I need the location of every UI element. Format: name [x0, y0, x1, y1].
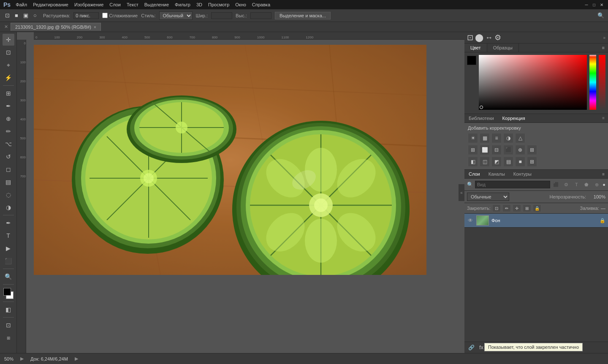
menu-file[interactable]: Файл [13, 1, 30, 8]
eyedropper-tool[interactable]: ✒ [3, 100, 14, 112]
marquee-tool[interactable]: ⊡ [3, 46, 14, 58]
tab-contours[interactable]: Контуры [509, 170, 536, 178]
menu-3d[interactable]: 3D [194, 1, 205, 8]
panel-icon-btn-3[interactable]: ↔ [485, 33, 493, 42]
levels-icon-btn[interactable]: ≡ [491, 133, 502, 143]
document-tab-close[interactable]: × [94, 25, 96, 30]
screen-mode-btn[interactable]: ⊡ [3, 319, 14, 331]
filter-shape-btn[interactable]: ⬟ [582, 180, 591, 189]
tab-correction[interactable]: Коррекция [498, 114, 529, 122]
foreground-color-swatch[interactable] [3, 288, 11, 296]
color-gradient-picker[interactable] [479, 55, 587, 110]
black-white-btn[interactable]: ⬛ [503, 145, 513, 155]
crop-tool[interactable]: ⊞ [3, 87, 14, 99]
height-input[interactable] [250, 12, 271, 19]
menu-text[interactable]: Текст [124, 1, 141, 8]
blur-tool[interactable]: ◌ [3, 189, 14, 201]
gradient-tool[interactable]: ▤ [3, 176, 14, 188]
text-tool[interactable]: T [3, 230, 14, 242]
document-tab[interactable]: 2133091_1920.jpg @ 50% (RGB/8#) × [11, 23, 101, 31]
tab-samples[interactable]: Образцы [487, 43, 519, 52]
path-select-tool[interactable]: ▶ [3, 242, 14, 254]
color-lookup-btn[interactable]: ⊞ [527, 145, 537, 155]
layer-filter-toggle[interactable]: ● [603, 182, 605, 187]
layers-search-input[interactable] [475, 181, 550, 188]
width-input[interactable] [211, 12, 232, 19]
lock-artboard-btn[interactable]: ⊞ [523, 204, 531, 212]
brightness-icon-btn[interactable]: ☀ [468, 133, 478, 143]
gradient-map-btn[interactable]: ▤ [503, 157, 513, 167]
adj-menu-btn[interactable]: ≡ [599, 114, 608, 122]
menu-help[interactable]: Справка [250, 1, 273, 8]
extra-tools-btn[interactable]: ⊞ [3, 332, 14, 344]
invert-btn[interactable]: ◧ [468, 157, 478, 167]
history-brush-tool[interactable]: ↺ [3, 151, 14, 163]
canvas-image[interactable] [34, 45, 426, 275]
rounded-rect-icon[interactable]: ▣ [21, 11, 30, 20]
menu-view[interactable]: Просмотр [206, 1, 232, 8]
filter-pixel-btn[interactable]: ⬛ [552, 180, 560, 189]
style-select[interactable]: Обычный [159, 11, 193, 20]
hue-sat-btn[interactable]: ⬜ [480, 145, 490, 155]
lock-pixels-btn[interactable]: ⊡ [492, 204, 501, 212]
alpha-bar[interactable] [599, 55, 605, 110]
healing-tool[interactable]: ⊕ [3, 113, 14, 125]
exposure-icon-btn[interactable]: △ [515, 133, 525, 143]
layers-menu-btn[interactable]: ≡ [599, 170, 608, 178]
tab-layers[interactable]: Слои [464, 170, 484, 178]
channel-mixer-btn[interactable]: ⊞ [468, 145, 478, 155]
ellipse-icon[interactable]: ○ [30, 11, 40, 20]
quick-mask-tool[interactable]: ◧ [3, 304, 14, 315]
pattern-btn[interactable]: ⊞ [527, 157, 537, 167]
color-panel-menu-btn[interactable]: ≡ [599, 43, 608, 52]
filter-smart-btn[interactable]: ⊕ [592, 180, 601, 189]
status-arrow[interactable]: ▶ [20, 356, 24, 361]
menu-edit[interactable]: Редактирование [30, 1, 71, 8]
threshold-btn[interactable]: ◩ [491, 157, 502, 167]
zoom-tool[interactable]: 🔍 [3, 271, 14, 283]
lock-all-btn[interactable]: 🔒 [533, 204, 541, 212]
histogram-icon-btn[interactable]: ▦ [480, 133, 490, 143]
layer-item-background[interactable]: 👁 Фон 🔒 [464, 214, 608, 228]
tab-libraries[interactable]: Библиотеки [464, 114, 498, 122]
minimize-button[interactable]: ─ [584, 2, 589, 8]
maximize-button[interactable]: □ [591, 2, 597, 8]
lock-draw-btn[interactable]: ✏ [502, 204, 511, 212]
dodge-tool[interactable]: ◑ [3, 201, 14, 213]
move-tool[interactable]: ✛ [3, 34, 14, 46]
lock-move-btn[interactable]: ✛ [513, 204, 521, 212]
menu-layers[interactable]: Слои [107, 1, 123, 8]
mask-button[interactable]: Выделение и маска... [275, 12, 331, 19]
photo-filter-btn[interactable]: ⊕ [515, 145, 525, 155]
brush-tool[interactable]: ✏ [3, 125, 14, 137]
layer-visibility-toggle[interactable]: 👁 [467, 217, 474, 224]
tab-color[interactable]: Цвет [464, 43, 487, 52]
panel-toggle-btn[interactable]: ✕ [2, 24, 11, 30]
selective-color-btn[interactable]: ■ [515, 157, 525, 167]
feather-input[interactable] [73, 12, 99, 19]
color-balance-btn[interactable]: ⊟ [491, 145, 502, 155]
close-button[interactable]: ✕ [599, 2, 605, 8]
blend-mode-select[interactable]: Обычные [467, 193, 509, 201]
pen-tool[interactable]: ✒ [3, 217, 14, 229]
panel-icon-btn-4[interactable]: ⚙ [494, 33, 501, 42]
marquee-options-icon[interactable]: ⊡ [3, 11, 12, 20]
menu-filter[interactable]: Фильтр [172, 1, 193, 8]
menu-window[interactable]: Окно [233, 1, 249, 8]
rect-icon[interactable]: ■ [12, 11, 21, 20]
add-link-btn[interactable]: 🔗 [467, 344, 475, 351]
panel-icon-btn-1[interactable]: ⊡ [467, 33, 473, 42]
opacity-value[interactable]: 100% [589, 194, 605, 199]
filter-adj-btn[interactable]: ⚙ [562, 180, 570, 189]
tab-channels[interactable]: Каналы [484, 170, 509, 178]
filter-text-btn[interactable]: T [572, 180, 581, 189]
foreground-color-picker[interactable] [467, 56, 476, 65]
lasso-tool[interactable]: ⌖ [3, 59, 14, 71]
curves-icon-btn[interactable]: ◑ [503, 133, 513, 143]
shape-tool[interactable]: ⬛ [3, 255, 14, 267]
status-arrow-2[interactable]: ▶ [75, 356, 78, 361]
magic-wand-tool[interactable]: ⚡ [3, 72, 14, 84]
search-icon[interactable]: 🔍 [596, 11, 605, 20]
anti-alias-checkbox[interactable] [102, 13, 108, 18]
menu-select[interactable]: Выделение [142, 1, 171, 8]
